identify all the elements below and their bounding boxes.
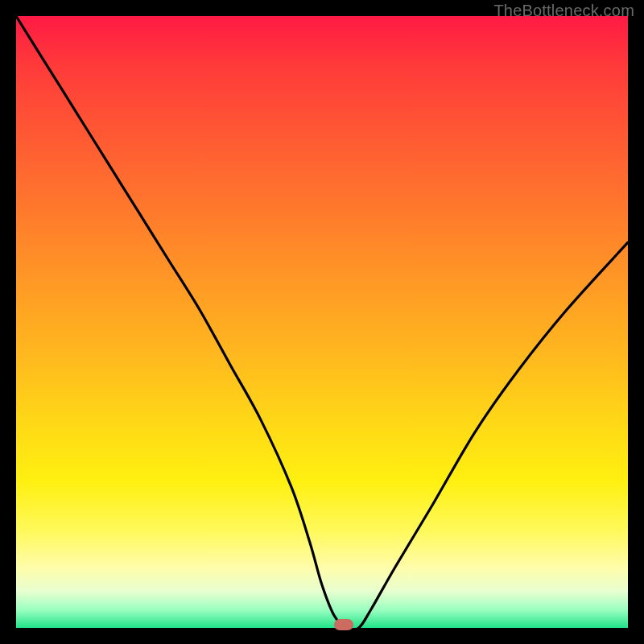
watermark-text: TheBottleneck.com (493, 2, 634, 20)
optimal-point-marker (334, 619, 353, 630)
chart-frame: TheBottleneck.com (0, 0, 644, 644)
bottleneck-curve (16, 16, 628, 628)
curve-svg (16, 16, 628, 628)
